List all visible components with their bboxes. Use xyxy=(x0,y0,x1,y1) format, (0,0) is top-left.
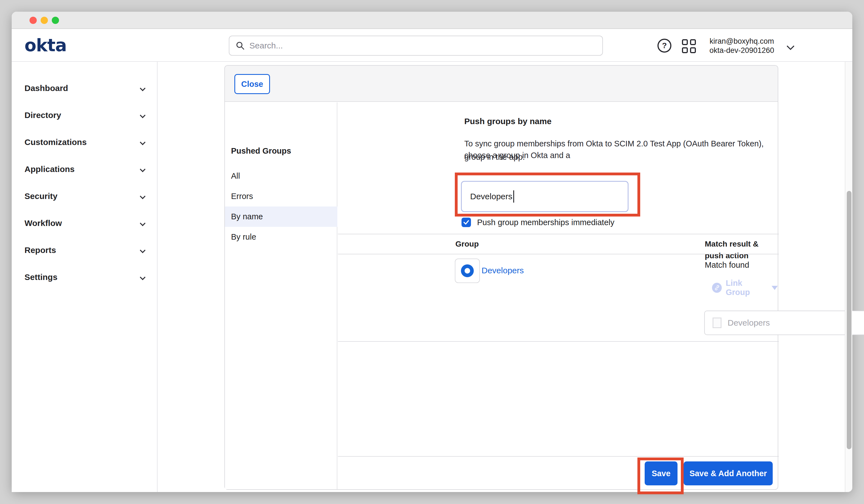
org-name: okta-dev-20901260 xyxy=(702,46,782,55)
link-icon xyxy=(712,283,722,293)
group-name-link[interactable]: Developers xyxy=(482,265,524,276)
match-status: Match found xyxy=(705,259,749,271)
grid-square xyxy=(690,39,696,45)
search-icon xyxy=(236,41,245,50)
column-header-group: Group xyxy=(455,238,479,250)
description-line2: group in the app. xyxy=(464,151,525,163)
save-add-another-button[interactable]: Save & Add Another xyxy=(684,461,773,485)
footer-divider xyxy=(338,456,779,457)
grid-square xyxy=(682,39,688,45)
sidebar-item-settings[interactable]: Settings xyxy=(12,268,157,286)
subnav-item-errors[interactable]: Errors xyxy=(225,186,337,206)
sidebar-item-label: Reports xyxy=(24,245,56,255)
search-bar[interactable] xyxy=(229,36,603,56)
sidebar-item-label: Customizations xyxy=(24,137,86,147)
chevron-down-icon xyxy=(140,112,146,118)
grid-square xyxy=(690,47,696,53)
sidebar-item-label: Security xyxy=(24,191,57,201)
chevron-down-icon xyxy=(140,85,146,91)
target-group-value: Developers xyxy=(728,318,864,327)
group-icon-card xyxy=(455,259,480,283)
sidebar-item-security[interactable]: Security xyxy=(12,188,157,205)
help-icon[interactable]: ? xyxy=(658,39,671,52)
app-header: okta ? kiran@boxyhq.com okta-dev-2090126… xyxy=(12,29,852,62)
subnav-item-all[interactable]: All xyxy=(225,166,337,186)
target-group-select[interactable]: Developers xyxy=(704,311,864,335)
titlebar xyxy=(12,12,852,29)
chevron-down-icon[interactable] xyxy=(787,42,794,50)
pushed-groups-subnav: Pushed Groups All Errors By name By rule xyxy=(225,103,337,489)
sidebar-item-label: Settings xyxy=(24,273,57,282)
text-cursor xyxy=(513,190,514,203)
chevron-down-icon xyxy=(140,166,146,172)
minimize-window-button[interactable] xyxy=(41,17,48,24)
sidebar-item-workflow[interactable]: Workflow xyxy=(12,215,157,232)
subnav-item-by-rule[interactable]: By rule xyxy=(225,227,337,247)
pushed-groups-panel: Close Pushed Groups All Errors By name B… xyxy=(224,65,778,490)
chevron-down-icon xyxy=(140,274,146,280)
description-line1: To sync group memberships from Okta to S… xyxy=(464,138,778,149)
subnav-item-by-name[interactable]: By name xyxy=(225,206,337,227)
grid-square xyxy=(682,47,688,53)
column-header-match: Match result & push action xyxy=(705,238,778,250)
sidebar-item-label: Applications xyxy=(24,165,75,174)
chevron-down-icon xyxy=(140,193,146,199)
table-top-border xyxy=(338,234,779,234)
user-email: kiran@boxyhq.com xyxy=(702,37,782,46)
link-group-dropdown[interactable]: Link Group xyxy=(712,282,778,293)
checkbox-label: Push group memberships immediately xyxy=(477,217,614,228)
check-icon xyxy=(463,219,470,226)
sidebar-item-applications[interactable]: Applications xyxy=(12,160,157,178)
link-group-label: Link Group xyxy=(726,279,768,297)
sidebar-item-label: Dashboard xyxy=(24,84,68,93)
select-checkbox-icon xyxy=(712,317,721,328)
app-window: okta ? kiran@boxyhq.com okta-dev-2090126… xyxy=(12,12,852,492)
sidebar-item-customizations[interactable]: Customizations xyxy=(12,134,157,151)
sidebar-item-dashboard[interactable]: Dashboard xyxy=(12,80,157,97)
apps-grid-icon[interactable] xyxy=(682,39,696,53)
annotation-box-save xyxy=(637,457,684,494)
search-input[interactable] xyxy=(249,41,596,50)
triangle-down-icon xyxy=(771,286,778,290)
panel-header-strip: Close xyxy=(225,66,778,102)
okta-logo: okta xyxy=(24,35,67,56)
sidebar: Dashboard Directory Customizations Appli… xyxy=(12,62,158,492)
push-immediately-checkbox[interactable] xyxy=(461,218,471,227)
chevron-down-icon xyxy=(140,139,146,145)
chevron-down-icon xyxy=(140,220,146,226)
table-row-border xyxy=(338,341,779,342)
sidebar-item-label: Workflow xyxy=(24,218,62,228)
sidebar-item-directory[interactable]: Directory xyxy=(12,107,157,124)
close-button[interactable]: Close xyxy=(235,74,270,94)
scrollbar-track[interactable] xyxy=(845,62,852,492)
table-header-border xyxy=(338,254,779,254)
close-window-button[interactable] xyxy=(29,17,37,24)
chevron-down-icon xyxy=(140,247,146,253)
maximize-window-button[interactable] xyxy=(52,17,59,24)
user-menu[interactable]: kiran@boxyhq.com okta-dev-20901260 xyxy=(702,37,782,55)
scrollbar-thumb[interactable] xyxy=(847,191,851,449)
group-input-value: Developers xyxy=(470,192,513,201)
page-title: Push groups by name xyxy=(464,116,551,127)
sidebar-item-reports[interactable]: Reports xyxy=(12,242,157,259)
group-name-input[interactable]: Developers xyxy=(461,181,628,212)
subnav-title: Pushed Groups xyxy=(231,145,291,157)
group-icon xyxy=(461,264,474,277)
sidebar-item-label: Directory xyxy=(24,110,61,120)
